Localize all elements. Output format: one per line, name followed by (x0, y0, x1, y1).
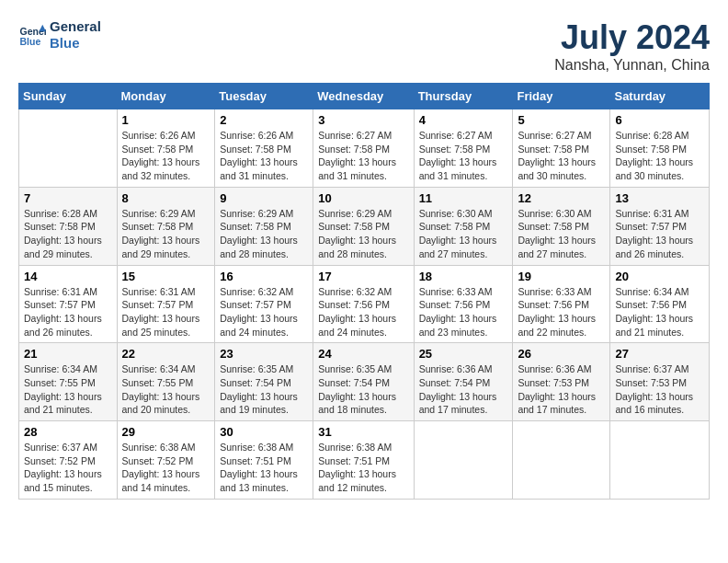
weekday-header: Tuesday (215, 84, 313, 109)
logo: General Blue General Blue (18, 18, 101, 52)
day-detail: Sunrise: 6:31 AMSunset: 7:57 PMDaylight:… (122, 285, 210, 339)
calendar-cell (610, 421, 710, 500)
page-header: General Blue General Blue July 2024 Nans… (18, 18, 710, 74)
calendar-cell (513, 421, 610, 500)
day-number: 4 (419, 113, 508, 127)
day-detail: Sunrise: 6:38 AMSunset: 7:52 PMDaylight:… (122, 441, 210, 495)
calendar-week-row: 14Sunrise: 6:31 AMSunset: 7:57 PMDayligh… (19, 265, 710, 343)
day-detail: Sunrise: 6:26 AMSunset: 7:58 PMDaylight:… (220, 129, 308, 183)
calendar-week-row: 28Sunrise: 6:37 AMSunset: 7:52 PMDayligh… (19, 421, 710, 500)
day-number: 22 (122, 347, 210, 361)
calendar-cell: 3Sunrise: 6:27 AMSunset: 7:58 PMDaylight… (313, 109, 414, 188)
calendar-cell: 31Sunrise: 6:38 AMSunset: 7:51 PMDayligh… (313, 421, 414, 500)
calendar-cell: 1Sunrise: 6:26 AMSunset: 7:58 PMDaylight… (117, 109, 215, 188)
day-detail: Sunrise: 6:28 AMSunset: 7:58 PMDaylight:… (24, 207, 112, 261)
calendar-cell: 23Sunrise: 6:35 AMSunset: 7:54 PMDayligh… (215, 343, 313, 421)
day-number: 8 (122, 191, 210, 205)
day-detail: Sunrise: 6:34 AMSunset: 7:55 PMDaylight:… (122, 362, 210, 417)
calendar-cell: 2Sunrise: 6:26 AMSunset: 7:58 PMDaylight… (215, 109, 313, 188)
day-number: 20 (615, 270, 704, 283)
day-detail: Sunrise: 6:34 AMSunset: 7:55 PMDaylight:… (24, 362, 112, 417)
calendar-cell: 21Sunrise: 6:34 AMSunset: 7:55 PMDayligh… (19, 343, 118, 421)
day-detail: Sunrise: 6:31 AMSunset: 7:57 PMDaylight:… (615, 207, 704, 261)
calendar-cell: 6Sunrise: 6:28 AMSunset: 7:58 PMDaylight… (610, 109, 710, 188)
day-detail: Sunrise: 6:32 AMSunset: 7:57 PMDaylight:… (220, 285, 308, 339)
day-detail: Sunrise: 6:35 AMSunset: 7:54 PMDaylight:… (318, 362, 408, 417)
day-detail: Sunrise: 6:33 AMSunset: 7:56 PMDaylight:… (518, 285, 605, 339)
day-detail: Sunrise: 6:33 AMSunset: 7:56 PMDaylight:… (419, 285, 508, 339)
calendar-cell: 8Sunrise: 6:29 AMSunset: 7:58 PMDaylight… (117, 187, 215, 265)
logo-icon: General Blue (18, 21, 46, 49)
day-number: 2 (220, 113, 308, 127)
calendar-week-row: 7Sunrise: 6:28 AMSunset: 7:58 PMDaylight… (19, 187, 710, 265)
calendar-cell: 11Sunrise: 6:30 AMSunset: 7:58 PMDayligh… (414, 187, 513, 265)
day-detail: Sunrise: 6:32 AMSunset: 7:56 PMDaylight:… (318, 285, 408, 339)
calendar-cell: 7Sunrise: 6:28 AMSunset: 7:58 PMDaylight… (19, 187, 118, 265)
calendar-table: SundayMondayTuesdayWednesdayThursdayFrid… (18, 83, 710, 500)
calendar-cell: 4Sunrise: 6:27 AMSunset: 7:58 PMDaylight… (414, 109, 513, 188)
calendar-cell: 15Sunrise: 6:31 AMSunset: 7:57 PMDayligh… (117, 265, 215, 343)
day-detail: Sunrise: 6:29 AMSunset: 7:58 PMDaylight:… (220, 207, 308, 261)
day-number: 14 (24, 270, 112, 283)
day-number: 25 (419, 347, 508, 361)
day-detail: Sunrise: 6:37 AMSunset: 7:53 PMDaylight:… (615, 362, 704, 417)
day-number: 16 (220, 270, 308, 283)
day-number: 30 (220, 425, 308, 439)
calendar-cell (414, 421, 513, 500)
calendar-cell (19, 109, 118, 188)
calendar-cell: 20Sunrise: 6:34 AMSunset: 7:56 PMDayligh… (610, 265, 710, 343)
calendar-cell: 24Sunrise: 6:35 AMSunset: 7:54 PMDayligh… (313, 343, 414, 421)
day-number: 5 (518, 113, 605, 127)
day-detail: Sunrise: 6:27 AMSunset: 7:58 PMDaylight:… (518, 129, 605, 183)
day-number: 17 (318, 270, 408, 283)
day-number: 7 (24, 191, 112, 205)
calendar-cell: 27Sunrise: 6:37 AMSunset: 7:53 PMDayligh… (610, 343, 710, 421)
svg-text:Blue: Blue (20, 36, 41, 47)
calendar-cell: 16Sunrise: 6:32 AMSunset: 7:57 PMDayligh… (215, 265, 313, 343)
month-year: July 2024 (554, 18, 710, 57)
day-number: 11 (419, 191, 508, 205)
day-detail: Sunrise: 6:27 AMSunset: 7:58 PMDaylight:… (419, 129, 508, 183)
day-detail: Sunrise: 6:38 AMSunset: 7:51 PMDaylight:… (220, 441, 308, 495)
day-number: 23 (220, 347, 308, 361)
day-number: 18 (419, 270, 508, 283)
day-detail: Sunrise: 6:38 AMSunset: 7:51 PMDaylight:… (318, 441, 408, 495)
calendar-cell: 29Sunrise: 6:38 AMSunset: 7:52 PMDayligh… (117, 421, 215, 500)
day-number: 3 (318, 113, 408, 127)
day-detail: Sunrise: 6:37 AMSunset: 7:52 PMDaylight:… (24, 441, 112, 495)
calendar-cell: 10Sunrise: 6:29 AMSunset: 7:58 PMDayligh… (313, 187, 414, 265)
calendar-week-row: 21Sunrise: 6:34 AMSunset: 7:55 PMDayligh… (19, 343, 710, 421)
day-detail: Sunrise: 6:27 AMSunset: 7:58 PMDaylight:… (318, 129, 408, 183)
weekday-header: Sunday (19, 84, 118, 109)
day-number: 21 (24, 347, 112, 361)
day-number: 13 (615, 191, 704, 205)
location: Nansha, Yunnan, China (554, 57, 710, 74)
day-number: 19 (518, 270, 605, 283)
day-detail: Sunrise: 6:29 AMSunset: 7:58 PMDaylight:… (122, 207, 210, 261)
day-number: 15 (122, 270, 210, 283)
calendar-cell: 9Sunrise: 6:29 AMSunset: 7:58 PMDaylight… (215, 187, 313, 265)
calendar-cell: 12Sunrise: 6:30 AMSunset: 7:58 PMDayligh… (513, 187, 610, 265)
calendar-cell: 14Sunrise: 6:31 AMSunset: 7:57 PMDayligh… (19, 265, 118, 343)
calendar-cell: 28Sunrise: 6:37 AMSunset: 7:52 PMDayligh… (19, 421, 118, 500)
day-number: 24 (318, 347, 408, 361)
weekday-header: Friday (513, 84, 610, 109)
day-number: 1 (122, 113, 210, 127)
day-detail: Sunrise: 6:34 AMSunset: 7:56 PMDaylight:… (615, 285, 704, 339)
day-number: 28 (24, 425, 112, 439)
weekday-header: Wednesday (313, 84, 414, 109)
day-number: 9 (220, 191, 308, 205)
title-block: July 2024 Nansha, Yunnan, China (554, 18, 710, 74)
calendar-cell: 17Sunrise: 6:32 AMSunset: 7:56 PMDayligh… (313, 265, 414, 343)
day-detail: Sunrise: 6:36 AMSunset: 7:53 PMDaylight:… (518, 362, 605, 417)
day-number: 27 (615, 347, 704, 361)
day-detail: Sunrise: 6:31 AMSunset: 7:57 PMDaylight:… (24, 285, 112, 339)
calendar-cell: 26Sunrise: 6:36 AMSunset: 7:53 PMDayligh… (513, 343, 610, 421)
calendar-cell: 25Sunrise: 6:36 AMSunset: 7:54 PMDayligh… (414, 343, 513, 421)
day-detail: Sunrise: 6:29 AMSunset: 7:58 PMDaylight:… (318, 207, 408, 261)
logo-blue: Blue (50, 35, 101, 52)
calendar-week-row: 1Sunrise: 6:26 AMSunset: 7:58 PMDaylight… (19, 109, 710, 188)
day-detail: Sunrise: 6:28 AMSunset: 7:58 PMDaylight:… (615, 129, 704, 183)
day-number: 31 (318, 425, 408, 439)
day-number: 12 (518, 191, 605, 205)
